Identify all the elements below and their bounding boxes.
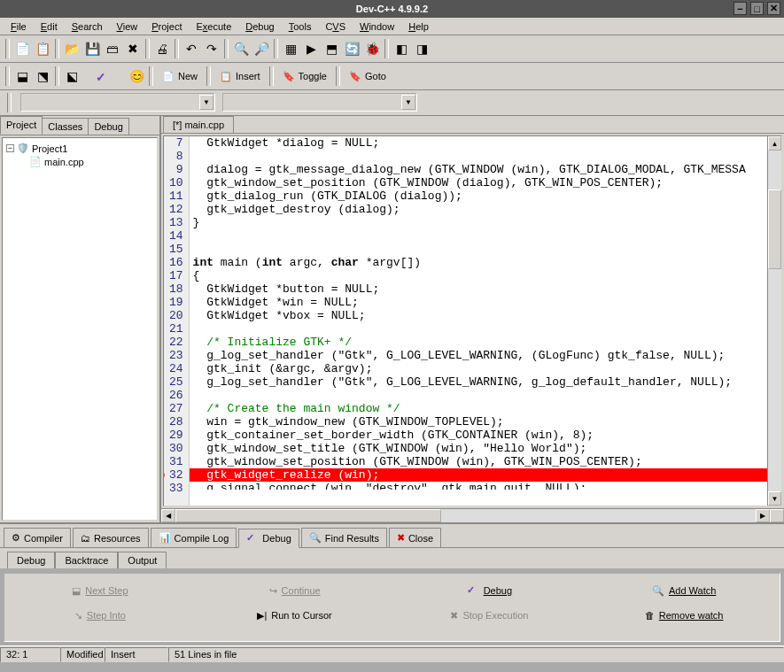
tab-find-results[interactable]: 🔍Find Results [301,528,387,547]
combo-row: ▼ ▼ [0,90,784,116]
save-icon[interactable]: 💾 [82,39,102,58]
run-to-cursor-button[interactable]: ▶|Run to Cursor [206,606,384,625]
shield-icon: 🛡️ [17,143,29,154]
compile-run-icon[interactable]: ⬒ [322,39,341,58]
window-title: Dev-C++ 4.9.9.2 [356,4,428,14]
replace-icon[interactable]: 🔎 [252,39,271,58]
close-icon: ✖ [397,532,405,544]
status-modified: Modified [60,647,105,662]
tab-compiler[interactable]: ⚙Compiler [4,528,71,547]
find-icon[interactable]: 🔍 [231,39,251,58]
status-mode: Insert [105,647,168,662]
next-step-icon: ⬓ [72,585,81,597]
menu-execute[interactable]: Execute [190,19,239,34]
tab-classes[interactable]: Classes [42,118,89,135]
debug-button[interactable]: Debug [401,581,578,600]
subtab-backtrace[interactable]: Backtrace [55,552,118,568]
debug-subtabs: Debug Backtrace Output [0,548,784,569]
menu-tools[interactable]: Tools [282,19,319,34]
line-gutter: 7891011121314151617181920212223242526272… [164,136,190,506]
menu-file[interactable]: File [4,19,34,34]
check-icon[interactable] [92,66,112,86]
toggle-button[interactable]: 🔖 Toggle [276,66,333,86]
status-position: 32: 1 [0,647,60,662]
maximize-button[interactable]: □ [750,2,764,15]
class-combo[interactable]: ▼ [20,93,215,112]
code-editor[interactable]: 7891011121314151617181920212223242526272… [163,135,782,506]
compile-icon[interactable]: ▦ [281,39,300,58]
vertical-scrollbar[interactable]: ▲ ▼ [767,136,781,506]
insert-button[interactable]: 📋 Insert [213,66,267,86]
print-icon[interactable]: 🖨 [152,39,172,58]
help-icon[interactable]: 😊 [127,66,146,86]
rebuild-icon[interactable]: 🔄 [342,39,361,58]
next-step-button[interactable]: ⬓Next Step [12,581,189,600]
status-bar: 32: 1 Modified Insert 51 Lines in file [0,645,784,662]
subtab-debug[interactable]: Debug [7,552,55,568]
menu-cvs[interactable]: CVS [318,19,353,34]
run-icon[interactable]: ▶ [301,39,321,58]
menu-edit[interactable]: Edit [34,19,65,34]
remove-watch-button[interactable]: 🗑Remove watch [595,606,772,625]
menu-search[interactable]: Search [65,19,110,34]
tab-compile-log[interactable]: 📊Compile Log [151,528,237,547]
new-file-icon[interactable]: 📄 [12,39,32,58]
close-file-icon[interactable]: ✖ [123,39,143,58]
horizontal-scrollbar[interactable]: ◀ ▶ [161,508,784,522]
step-into-button[interactable]: ↘Step Into [12,606,189,625]
step-icon-c[interactable]: ⬕ [62,66,82,86]
log-icon: 📊 [159,532,171,544]
close-button[interactable]: ✕ [767,2,780,15]
tab-resources[interactable]: 🗂Resources [73,528,149,547]
debug-run-icon[interactable]: 🐞 [362,39,382,58]
tab-close[interactable]: ✖Close [389,528,441,547]
tree-file[interactable]: 📄 main.cpp [6,155,153,168]
continue-icon: ↪ [269,585,277,597]
new-button[interactable]: 📄 New [156,66,204,86]
watch-add-icon: 🔍 [652,585,664,597]
redo-icon[interactable]: ↷ [202,39,221,58]
editor-panel: [*] main.cpp 789101112131415161718192021… [161,116,784,522]
minimize-button[interactable]: − [734,2,747,15]
tab-debug-left[interactable]: Debug [88,118,128,135]
menu-bar: File Edit Search View Project Execute De… [0,18,784,35]
open-icon[interactable]: 📂 [62,39,82,58]
continue-button[interactable]: ↪Continue [206,581,384,600]
stop-execution-button[interactable]: ✖Stop Execution [401,606,578,625]
find-icon: 🔍 [309,532,322,544]
watch-remove-icon: 🗑 [645,610,655,621]
new-project-icon[interactable]: 📋 [33,39,52,58]
add-watch-button[interactable]: 🔍Add Watch [595,581,772,600]
compiler-icon: ⚙ [12,532,20,544]
debug-panel: ⬓Next Step ↪Continue Debug 🔍Add Watch ↘S… [4,573,780,642]
member-combo[interactable]: ▼ [222,93,417,112]
tab-debug-bottom[interactable]: Debug [238,529,299,548]
menu-window[interactable]: Window [353,19,401,34]
code-area[interactable]: GtkWidget *dialog = NULL; dialog = gtk_m… [190,136,767,506]
resources-icon: 🗂 [81,533,90,544]
cursor-icon: ▶| [257,610,267,622]
menu-debug[interactable]: Debug [238,19,281,34]
check-icon [246,532,259,545]
left-panel: Project Classes Debug − 🛡️ Project1 📄 ma… [0,116,161,522]
tool-b-icon[interactable]: ◨ [412,39,431,58]
menu-project[interactable]: Project [144,19,189,34]
project-tree[interactable]: − 🛡️ Project1 📄 main.cpp [2,137,158,521]
goto-button[interactable]: 🔖 Goto [343,66,392,86]
toolbar-debug: ⬓ ⬔ ⬕ 😊 📄 New 📋 Insert 🔖 Toggle 🔖 Goto [0,63,784,90]
step-icon-b[interactable]: ⬔ [33,66,52,86]
tool-a-icon[interactable]: ◧ [392,39,411,58]
title-bar: Dev-C++ 4.9.9.2 − □ ✕ [0,0,784,18]
editor-tab-main[interactable]: [*] main.cpp [163,116,234,133]
undo-icon[interactable]: ↶ [182,39,201,58]
check-icon [467,584,479,597]
step-icon-a[interactable]: ⬓ [12,66,32,86]
tree-root[interactable]: − 🛡️ Project1 [6,142,153,155]
subtab-output[interactable]: Output [118,552,167,568]
file-icon: 📄 [29,156,42,167]
output-tabs: ⚙Compiler 🗂Resources 📊Compile Log Debug … [0,522,784,548]
save-all-icon[interactable]: 🗃 [103,39,122,58]
menu-view[interactable]: View [110,19,145,34]
tab-project[interactable]: Project [0,116,43,135]
menu-help[interactable]: Help [401,19,436,34]
